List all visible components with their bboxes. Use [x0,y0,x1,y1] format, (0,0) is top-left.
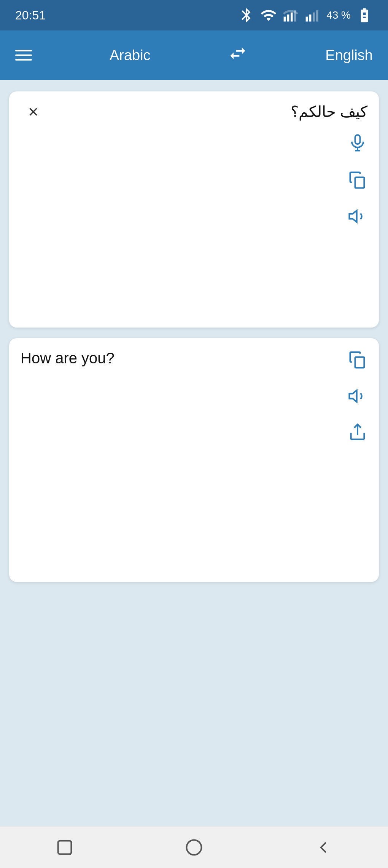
svg-rect-3 [294,10,296,21]
input-card-top: × كيف حالكم؟ [21,103,367,120]
svg-rect-1 [287,14,289,21]
status-bar: 20:51 43 % [0,0,388,30]
svg-rect-4 [306,17,308,22]
copy-input-button[interactable] [348,170,367,193]
wifi-icon [260,7,277,24]
output-card-top: How are you? [21,350,367,367]
speak-input-button[interactable] [348,206,367,229]
status-time: 20:51 [15,8,46,22]
back-button[interactable] [313,838,333,857]
battery-icon [356,7,373,24]
svg-rect-0 [284,17,286,22]
input-text[interactable]: كيف حالكم؟ [38,103,367,120]
input-card-actions [348,133,367,229]
source-language[interactable]: Arabic [110,47,151,64]
svg-marker-12 [349,211,357,222]
signal-icon [282,7,299,24]
svg-rect-7 [316,10,318,21]
bluetooth-icon [238,7,255,24]
svg-point-17 [187,840,202,855]
svg-rect-8 [355,135,360,144]
home-button[interactable] [184,838,204,857]
svg-rect-13 [355,357,364,368]
bottom-nav [0,826,388,868]
swap-button[interactable] [228,43,248,67]
status-icons: 43 % [238,7,373,24]
share-button[interactable] [348,423,367,446]
svg-rect-5 [309,14,312,21]
svg-marker-14 [349,390,357,402]
menu-button[interactable] [15,50,32,61]
signal2-icon [304,7,321,24]
clear-button[interactable]: × [28,103,38,120]
recent-apps-button[interactable] [55,838,75,857]
app-bar: Arabic English [0,30,388,80]
output-card-actions [348,350,367,446]
input-card: × كيف حالكم؟ [9,91,379,328]
speak-output-button[interactable] [348,386,367,409]
target-language[interactable]: English [325,47,373,64]
svg-rect-2 [291,13,293,22]
battery-percent: 43 % [326,9,351,21]
output-card: How are you? [9,338,379,582]
svg-rect-11 [355,177,364,188]
svg-rect-16 [58,841,72,854]
main-content: × كيف حالكم؟ [0,80,388,593]
translated-text: How are you? [21,350,367,367]
copy-output-button[interactable] [348,350,367,372]
mic-button[interactable] [348,133,367,156]
svg-rect-6 [313,13,315,22]
